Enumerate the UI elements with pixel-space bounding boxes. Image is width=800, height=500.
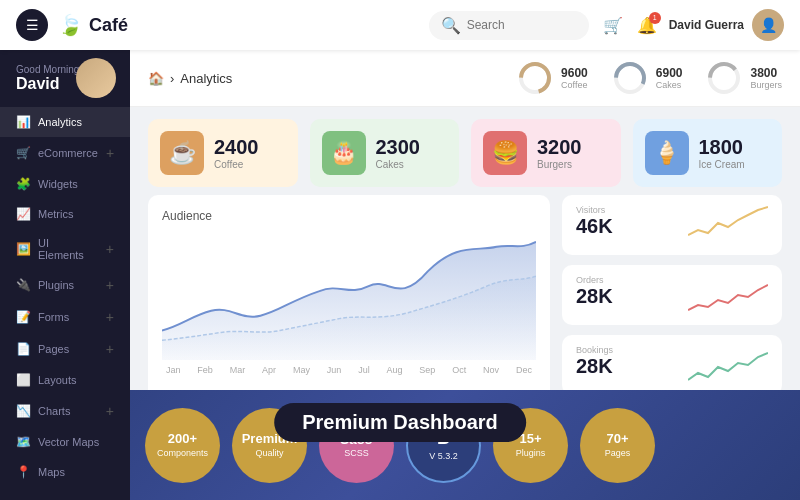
ui-icon: 🖼️ [16, 242, 30, 256]
logo-icon: 🍃 [58, 13, 83, 37]
stat-card-cakes: 🎂 2300 Cakes [310, 119, 460, 187]
user-name: David Guerra [669, 18, 744, 32]
sidebar-item-label: Analytics [38, 116, 82, 128]
sidebar-item-label: Layouts [38, 374, 77, 386]
mini-stat-visitors-left: Visitors 46K [576, 205, 613, 238]
ring-burgers-text: 3800 Burgers [750, 66, 782, 90]
burgers-info: 3200 Burgers [537, 136, 582, 170]
ring-chart-burgers [706, 60, 742, 96]
breadcrumb: 🏠 › Analytics [148, 71, 232, 86]
audience-svg [162, 231, 536, 361]
sidebar-item-label: Charts [38, 405, 70, 417]
user-area[interactable]: David Guerra 👤 [669, 9, 784, 41]
stat-ring-cakes: 6900 Cakes [612, 60, 683, 96]
ring-chart-cakes [612, 60, 648, 96]
sidebar-item-pages[interactable]: 📄 Pages + [0, 333, 130, 365]
sidebar-item-forms[interactable]: 📝 Forms + [0, 301, 130, 333]
breadcrumb-separator: › [170, 71, 174, 86]
home-icon[interactable]: 🏠 [148, 71, 164, 86]
menu-button[interactable]: ☰ [16, 9, 48, 41]
ring-cakes-text: 6900 Cakes [656, 66, 683, 90]
ring-coffee-text: 9600 Coffee [561, 66, 588, 90]
notification-badge: 1 [649, 12, 661, 24]
expand-icon: + [106, 341, 114, 357]
search-input[interactable] [467, 18, 577, 32]
sub-header: 🏠 › Analytics 9600 Coffee [130, 50, 800, 107]
pages-icon: 📄 [16, 342, 30, 356]
sidebar-item-label: Plugins [38, 279, 74, 291]
sidebar-item-analytics[interactable]: 📊 Analytics [0, 107, 130, 137]
search-icon: 🔍 [441, 16, 461, 35]
sidebar-item-label: Widgets [38, 178, 78, 190]
ring-chart-coffee [517, 60, 553, 96]
expand-icon: + [106, 403, 114, 419]
stat-ring-burgers: 3800 Burgers [706, 60, 782, 96]
avatar: 👤 [752, 9, 784, 41]
orders-sparkline [688, 275, 768, 315]
sidebar-item-label: Pages [38, 343, 69, 355]
metrics-icon: 📈 [16, 207, 30, 221]
visitors-sparkline [688, 205, 768, 245]
sidebar-avatar [76, 58, 116, 98]
cakes-thumb: 🎂 [322, 131, 366, 175]
sidebar-nav: 📊 Analytics 🛒 eCommerce + 🧩 Widgets 📈 Me… [0, 103, 130, 487]
mini-stat-orders-left: Orders 28K [576, 275, 613, 308]
sidebar-item-maps[interactable]: 📍 Maps [0, 457, 130, 487]
banner-label: Premium Dashboard [274, 403, 526, 442]
chart-labels: Jan Feb Mar Apr May Jun Jul Aug Sep Oct … [162, 365, 536, 375]
coffee-thumb: ☕ [160, 131, 204, 175]
sidebar-item-label: Maps [38, 466, 65, 478]
sidebar-item-vector-maps[interactable]: 🗺️ Vector Maps [0, 427, 130, 457]
mini-stat-orders: Orders 28K [562, 265, 782, 325]
stat-ring-coffee: 9600 Coffee [517, 60, 588, 96]
sidebar-item-ecommerce[interactable]: 🛒 eCommerce + [0, 137, 130, 169]
top-stats: 9600 Coffee 6900 Cakes [517, 60, 782, 96]
chart-title: Audience [162, 209, 536, 223]
maps-icon: 📍 [16, 465, 30, 479]
page-title: Analytics [180, 71, 232, 86]
sidebar-item-label: UI Elements [38, 237, 98, 261]
logo-text: Café [89, 15, 128, 36]
sidebar-item-label: Forms [38, 311, 69, 323]
widgets-icon: 🧩 [16, 177, 30, 191]
stat-card-icecream: 🍦 1800 Ice Cream [633, 119, 783, 187]
top-header: ☰ 🍃 Café 🔍 🛒 🔔 1 David Guerra 👤 [0, 0, 800, 50]
mini-stat-bookings: Bookings 28K [562, 335, 782, 395]
ecommerce-icon: 🛒 [16, 146, 30, 160]
sidebar-item-label: Metrics [38, 208, 73, 220]
mini-stat-bookings-left: Bookings 28K [576, 345, 613, 378]
cart-icon[interactable]: 🛒 [603, 16, 623, 35]
stat-card-coffee: ☕ 2400 Coffee [148, 119, 298, 187]
bookings-sparkline [688, 345, 768, 385]
search-box[interactable]: 🔍 [429, 11, 589, 40]
sidebar-item-metrics[interactable]: 📈 Metrics [0, 199, 130, 229]
icecream-thumb: 🍦 [645, 131, 689, 175]
mini-stat-visitors: Visitors 46K [562, 195, 782, 255]
stat-card-burgers: 🍔 3200 Burgers [471, 119, 621, 187]
sidebar-item-charts[interactable]: 📉 Charts + [0, 395, 130, 427]
bell-icon[interactable]: 🔔 1 [637, 16, 657, 35]
header-icons: 🛒 🔔 1 [603, 16, 657, 35]
badge-pages: 70+ Pages [580, 408, 655, 483]
expand-icon: + [106, 309, 114, 325]
coffee-info: 2400 Coffee [214, 136, 259, 170]
layouts-icon: ⬜ [16, 373, 30, 387]
sidebar-item-widgets[interactable]: 🧩 Widgets [0, 169, 130, 199]
badge-components: 200+ Components [145, 408, 220, 483]
plugins-icon: 🔌 [16, 278, 30, 292]
sidebar-item-plugins[interactable]: 🔌 Plugins + [0, 269, 130, 301]
expand-icon: + [106, 241, 114, 257]
cakes-info: 2300 Cakes [376, 136, 421, 170]
expand-icon: + [106, 277, 114, 293]
stats-cards: ☕ 2400 Coffee 🎂 2300 Cakes 🍔 3200 Burger… [130, 107, 800, 195]
burgers-thumb: 🍔 [483, 131, 527, 175]
expand-icon: + [106, 145, 114, 161]
analytics-icon: 📊 [16, 115, 30, 129]
forms-icon: 📝 [16, 310, 30, 324]
logo: 🍃 Café [58, 13, 128, 37]
sidebar-item-label: Vector Maps [38, 436, 99, 448]
sidebar-item-ui-elements[interactable]: 🖼️ UI Elements + [0, 229, 130, 269]
sidebar-item-layouts[interactable]: ⬜ Layouts [0, 365, 130, 395]
sidebar-item-label: eCommerce [38, 147, 98, 159]
charts-icon: 📉 [16, 404, 30, 418]
